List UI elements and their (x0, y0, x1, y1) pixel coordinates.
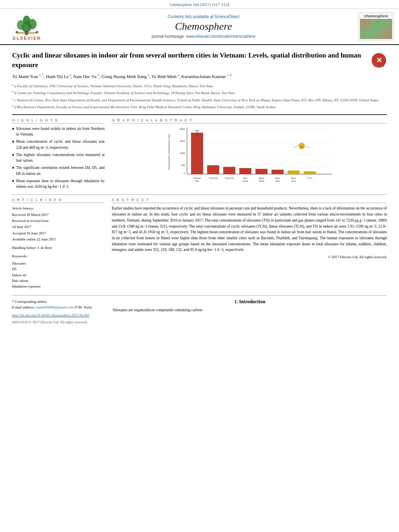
email-line: E-mail address: manhtr09008@gmail.com (T… (12, 304, 105, 310)
bottom-section: * Corresponding author. E-mail address: … (12, 295, 387, 325)
journal-center: Contents lists available at ScienceDirec… (53, 12, 354, 41)
svg-rect-26 (239, 168, 251, 174)
svg-text:3000: 3000 (179, 127, 185, 131)
main-content: Cyclic and linear siloxanes in indoor ai… (0, 45, 399, 329)
abstract-label: A B S T R A C T (112, 198, 387, 203)
svg-rect-24 (207, 165, 219, 174)
svg-text:Si: Si (300, 145, 303, 148)
svg-text:Home: Home (275, 177, 280, 179)
svg-rect-27 (255, 169, 267, 174)
science-direct-link[interactable]: ScienceDirect (214, 14, 239, 19)
svg-text:Siloxane: Siloxane (193, 177, 201, 179)
svg-text:salons: salons (243, 180, 248, 182)
highlights-graphical-row: H I G H L I G H T S Siloxanes were found… (12, 118, 387, 191)
article-title: Cyclic and linear siloxanes in indoor ai… (12, 51, 367, 70)
highlights-list: Siloxanes were found widely in indoor ai… (12, 126, 105, 190)
highlight-item: Mean exposure dose to siloxanes through … (12, 178, 105, 190)
svg-point-6 (16, 31, 18, 33)
svg-text:2000: 2000 (179, 140, 185, 143)
svg-text:Home: Home (259, 177, 264, 179)
journal-cover-image (360, 19, 392, 39)
received-date: Received 18 March 2017 Received in revis… (12, 212, 105, 242)
intro-text: Siloxanes are organosilicon compounds co… (113, 307, 387, 313)
highlights-section: H I G H L I G H T S Siloxanes were found… (12, 118, 105, 191)
svg-text:0: 0 (184, 172, 185, 175)
introduction-section: 1. Introduction Siloxanes are organosili… (113, 299, 387, 325)
intro-title-text: Introduction (239, 299, 265, 304)
info-abstract-row: A R T I C L E I N F O Article history: R… (12, 198, 387, 289)
svg-text:place: place (291, 180, 296, 182)
doi-link[interactable]: http://dx.doi.org/10.1016/j.chemosphere.… (12, 313, 89, 317)
article-info-section: A R T I C L E I N F O Article history: R… (12, 198, 105, 289)
citation-text: Chemosphere 184 (2017) 1117–1124 (170, 2, 229, 7)
svg-text:Work-: Work- (291, 177, 296, 179)
article-history: Article history: Received 18 March 2017 … (12, 205, 105, 289)
handling-editor: Handling Editor: J. de Boer (12, 245, 105, 251)
highlight-item: The significant correlation existed betw… (12, 165, 105, 177)
highlight-item: The highest siloxanes concentrations wer… (12, 152, 105, 164)
article-title-block: Cyclic and linear siloxanes in indoor ai… (12, 51, 387, 70)
affiliation-c: c c Wadsworth Center, New York State Dep… (12, 97, 387, 103)
authors-text: Tri Manh Tran a, *, Hanh Thi Le a, Nam D… (12, 74, 231, 79)
affiliation-a: a a Faculty of Chemistry, VNU University… (12, 83, 387, 89)
svg-text:other: other (275, 180, 280, 182)
graphical-abstract-chart: 3000 2000 1000 500 0 Total siloxanes con… (112, 126, 387, 186)
keywords: Siloxanes D5 Indoor air Hair salons Inha… (12, 261, 105, 290)
divider-after-affiliations (12, 114, 387, 115)
history-label: Article history: (12, 205, 105, 212)
journal-header: ELSEVIER Contents lists available at Sci… (0, 9, 399, 45)
corresponding-author: * Corresponding author. E-mail address: … (12, 299, 105, 325)
svg-text:Total siloxanes concentration : Total siloxanes concentration or ng/g (168, 134, 170, 170)
journal-homepage: journal homepage: www.elsevier.com/locat… (152, 34, 255, 39)
journal-title: Chemosphere (175, 21, 232, 33)
highlight-item: Mean concentration of cyclic and linear … (12, 139, 105, 150)
svg-rect-29 (288, 170, 300, 174)
article-info-label: A R T I C L E I N F O (12, 198, 105, 203)
journal-thumbnail: Chemosphere (358, 12, 394, 41)
graphical-abstract-section: G R A P H I C A L A B S T R A C T 3000 2… (112, 118, 387, 191)
svg-point-4 (23, 16, 30, 25)
svg-text:CrossMark: CrossMark (374, 65, 384, 67)
svg-text:TCS1: TCS1 (307, 177, 313, 179)
svg-line-46 (294, 146, 298, 148)
intro-title: 1. Introduction (113, 299, 387, 305)
svg-text:Cyclic D5: Cyclic D5 (225, 177, 234, 179)
graphical-abstract-label: G R A P H I C A L A B S T R A C T (112, 118, 387, 123)
svg-rect-30 (304, 171, 316, 174)
corresponding-label: * Corresponding author. (12, 299, 105, 304)
issn-text: 0045-6535/© 2017 Elsevier Ltd. All right… (12, 319, 105, 325)
svg-text:✕: ✕ (376, 56, 382, 64)
crossmark-icon: ✕ CrossMark (371, 52, 387, 68)
keywords-label: Keywords: (12, 253, 105, 259)
svg-text:Cyclic D4: Cyclic D4 (209, 177, 218, 179)
affiliation-d: d d Biochemistry Department, Faculty of … (12, 104, 387, 110)
svg-text:Hair: Hair (243, 177, 247, 179)
homepage-link[interactable]: www.elsevier.com/locate/chemosphere (186, 34, 255, 39)
svg-text:Hanoi: Hanoi (259, 180, 264, 182)
svg-point-7 (36, 31, 38, 33)
abstract-text: Earlier studies have reported the occurr… (112, 205, 387, 260)
elsevier-tree-icon (9, 13, 45, 35)
svg-text:500: 500 (181, 164, 185, 167)
affiliations: a a Faculty of Chemistry, VNU University… (12, 83, 387, 110)
svg-rect-23 (191, 133, 203, 174)
authors: Tri Manh Tran a, *, Hanh Thi Le a, Nam D… (12, 73, 387, 80)
divider-mid (12, 194, 387, 195)
svg-rect-28 (271, 170, 284, 174)
science-direct-note: Contents lists available at ScienceDirec… (168, 14, 239, 19)
highlights-label: H I G H L I G H T S (12, 118, 105, 123)
email-link[interactable]: manhtr09008@gmail.com (35, 305, 74, 309)
copyright: © 2017 Elsevier Ltd. All rights reserved… (112, 255, 387, 260)
elsevier-logo-left: ELSEVIER (5, 12, 49, 41)
abstract-section: A B S T R A C T Earlier studies have rep… (112, 198, 387, 289)
highlight-item: Siloxanes were found widely in indoor ai… (12, 126, 105, 138)
elsevier-label: ELSEVIER (13, 36, 41, 41)
citation-bar: Chemosphere 184 (2017) 1117–1124 (0, 0, 399, 9)
svg-line-47 (306, 146, 310, 148)
svg-text:1000: 1000 (179, 152, 185, 155)
svg-text:Hair: Hair (195, 180, 199, 182)
affiliation-b: b b Center for Training, Consultancy and… (12, 90, 387, 96)
page: Chemosphere 184 (2017) 1117–1124 ELSEVIE… (0, 0, 399, 532)
svg-rect-25 (223, 167, 235, 174)
